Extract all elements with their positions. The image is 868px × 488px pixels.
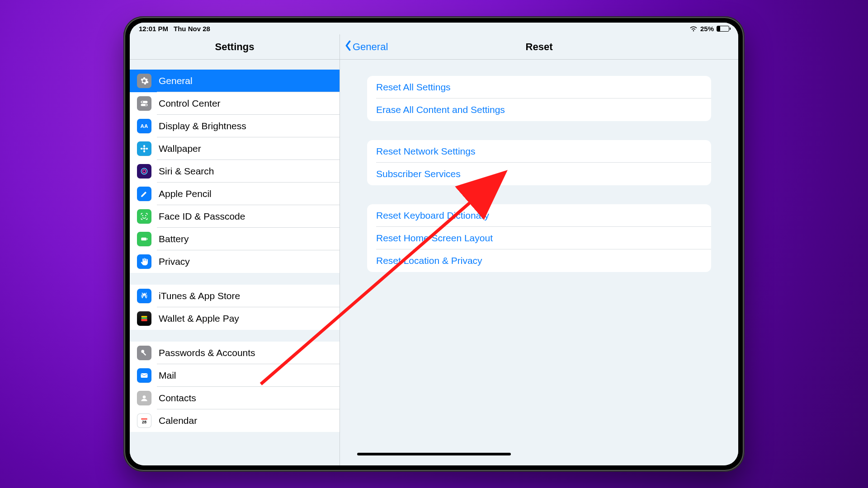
svg-text:AA: AA <box>141 123 148 129</box>
sidebar-group: GeneralControl CenterAADisplay & Brightn… <box>130 70 340 273</box>
back-label: General <box>353 41 388 53</box>
contacts-icon <box>137 391 151 405</box>
svg-rect-14 <box>141 238 146 241</box>
sidebar-item-itunes[interactable]: iTunes & App Store <box>130 285 340 307</box>
reset-group: Reset Network SettingsSubscriber Service… <box>367 140 711 185</box>
svg-point-10 <box>141 168 147 174</box>
sidebar-item-label: iTunes & App Store <box>159 291 240 301</box>
split-view: Settings GeneralControl CenterAADisplay … <box>130 34 738 465</box>
sidebar-item-label: Face ID & Passcode <box>159 211 245 222</box>
svg-point-12 <box>142 215 143 216</box>
sidebar-group: Passwords & AccountsMailContacts28Calend… <box>130 342 340 432</box>
sidebar-item-label: Siri & Search <box>159 166 214 177</box>
svg-point-8 <box>141 148 143 150</box>
chevron-left-icon <box>344 40 352 54</box>
face-icon <box>137 209 151 224</box>
status-right: 25% <box>689 25 729 33</box>
svg-point-2 <box>142 101 143 103</box>
reset-item-subscriber[interactable]: Subscriber Services <box>367 163 711 185</box>
svg-point-5 <box>143 148 146 150</box>
gear-icon <box>137 74 151 88</box>
toggles-icon <box>137 96 151 111</box>
home-indicator[interactable] <box>357 453 511 455</box>
reset-item-reset-home[interactable]: Reset Home Screen Layout <box>367 227 711 249</box>
status-date: Thu Nov 28 <box>174 25 210 33</box>
status-time: 12:01 PM <box>139 25 168 33</box>
svg-point-6 <box>143 145 145 147</box>
svg-rect-18 <box>141 319 147 321</box>
sidebar-item-faceid[interactable]: Face ID & Passcode <box>130 205 340 228</box>
sidebar-item-display[interactable]: AADisplay & Brightness <box>130 115 340 137</box>
envelope-icon <box>137 368 151 383</box>
key-icon <box>137 346 151 360</box>
svg-point-13 <box>145 215 146 216</box>
wallet-icon <box>137 311 151 326</box>
reset-item-reset-all[interactable]: Reset All Settings <box>367 76 711 99</box>
sidebar-item-control[interactable]: Control Center <box>130 92 340 115</box>
calendar-icon: 28 <box>137 413 151 428</box>
sidebar-item-label: Display & Brightness <box>159 121 246 131</box>
wifi-icon <box>689 25 698 32</box>
reset-group: Reset All SettingsErase All Content and … <box>367 76 711 121</box>
svg-point-11 <box>143 170 146 173</box>
sidebar-item-calendar[interactable]: 28Calendar <box>130 409 340 432</box>
detail-pane: General Reset Reset All SettingsErase Al… <box>340 34 738 465</box>
sidebar-group: iTunes & App StoreWallet & Apple Pay <box>130 285 340 330</box>
sidebar-item-wallet[interactable]: Wallet & Apple Pay <box>130 307 340 330</box>
reset-item-reset-location[interactable]: Reset Location & Privacy <box>367 249 711 272</box>
sidebar-item-label: Contacts <box>159 393 196 404</box>
svg-point-7 <box>143 150 145 152</box>
detail-content: Reset All SettingsErase All Content and … <box>340 60 738 465</box>
tablet-frame: 12:01 PM Thu Nov 28 25% Settings General… <box>123 16 745 472</box>
sidebar-item-label: Battery <box>159 234 189 244</box>
sidebar-item-pencil[interactable]: Apple Pencil <box>130 183 340 205</box>
sidebar-title: Settings <box>130 34 340 60</box>
sidebar-item-wallpaper[interactable]: Wallpaper <box>130 137 340 160</box>
sidebar-item-battery[interactable]: Battery <box>130 228 340 250</box>
svg-text:28: 28 <box>142 420 146 424</box>
sidebar-item-privacy[interactable]: Privacy <box>130 250 340 273</box>
status-left: 12:01 PM Thu Nov 28 <box>139 25 210 33</box>
svg-rect-21 <box>141 373 148 378</box>
sidebar-item-label: Apple Pencil <box>159 188 212 199</box>
battery-icon <box>717 26 729 32</box>
reset-item-erase-all[interactable]: Erase All Content and Settings <box>367 99 711 121</box>
back-button[interactable]: General <box>344 40 388 54</box>
sidebar-item-label: Passwords & Accounts <box>159 347 255 358</box>
sidebar-item-label: Wallet & Apple Pay <box>159 313 239 324</box>
svg-point-9 <box>146 148 148 150</box>
svg-rect-20 <box>143 352 146 356</box>
svg-point-3 <box>146 104 147 106</box>
detail-title: Reset <box>526 41 553 53</box>
sidebar-item-passwords[interactable]: Passwords & Accounts <box>130 342 340 364</box>
sidebar-item-label: Wallpaper <box>159 143 201 154</box>
svg-rect-15 <box>147 238 148 239</box>
svg-point-22 <box>143 395 146 399</box>
sidebar-item-general[interactable]: General <box>130 70 340 92</box>
reset-group: Reset Keyboard DictionaryReset Home Scre… <box>367 204 711 272</box>
reset-item-reset-keyboard[interactable]: Reset Keyboard Dictionary <box>367 204 711 227</box>
pencil-icon <box>137 187 151 201</box>
astore-icon <box>137 289 151 303</box>
battery-icon <box>137 232 151 246</box>
flower-icon <box>137 141 151 156</box>
sidebar-item-label: Privacy <box>159 256 190 267</box>
sidebar-item-contacts[interactable]: Contacts <box>130 387 340 409</box>
sidebar-item-mail[interactable]: Mail <box>130 364 340 387</box>
siri-icon <box>137 164 151 178</box>
svg-rect-16 <box>141 316 147 317</box>
battery-percent: 25% <box>700 25 714 33</box>
sidebar-item-siri[interactable]: Siri & Search <box>130 160 340 183</box>
aa-icon: AA <box>137 119 151 133</box>
sidebar-item-label: Mail <box>159 370 176 381</box>
reset-item-reset-network[interactable]: Reset Network Settings <box>367 140 711 163</box>
sidebar-item-label: Calendar <box>159 415 197 426</box>
sidebar-item-label: Control Center <box>159 98 221 109</box>
settings-sidebar: Settings GeneralControl CenterAADisplay … <box>130 34 340 465</box>
hand-icon <box>137 254 151 269</box>
sidebar-list[interactable]: GeneralControl CenterAADisplay & Brightn… <box>130 60 340 465</box>
svg-rect-17 <box>141 318 147 319</box>
screen: 12:01 PM Thu Nov 28 25% Settings General… <box>130 23 738 465</box>
status-bar: 12:01 PM Thu Nov 28 25% <box>130 23 738 34</box>
detail-header: General Reset <box>340 34 738 60</box>
